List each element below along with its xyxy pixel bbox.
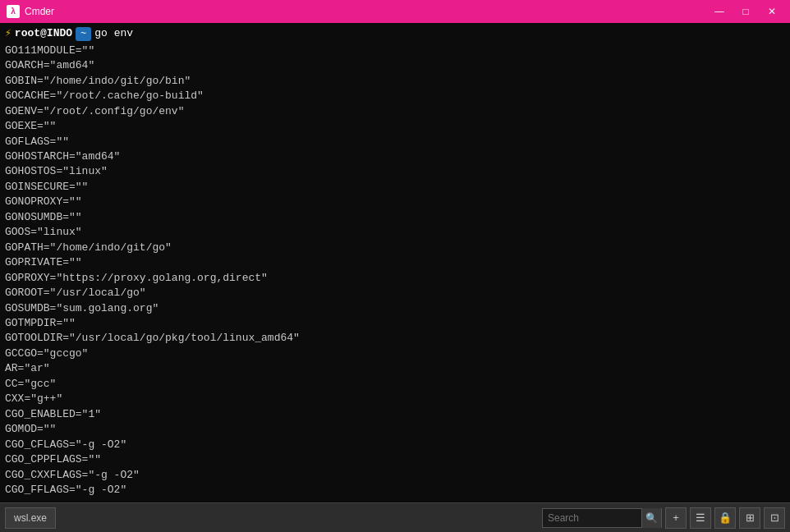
env-line: GOINSECURE="" xyxy=(5,180,785,195)
env-line: CGO_LDFLAGS="-g -O2" xyxy=(5,498,785,499)
prompt-badge-1: ~ xyxy=(76,27,91,41)
search-button[interactable]: 🔍 xyxy=(641,508,661,528)
title-text: Cmder xyxy=(25,6,54,17)
env-line: GOPRIVATE="" xyxy=(5,255,785,270)
env-line: GOPROXY="https://proxy.golang.org,direct… xyxy=(5,271,785,286)
env-line: CXX="g++" xyxy=(5,392,785,406)
maximize-button[interactable]: □ xyxy=(734,3,757,20)
env-line: GOROOT="/usr/local/go" xyxy=(5,286,785,300)
env-line: GOBIN="/home/indo/git/go/bin" xyxy=(5,74,785,89)
env-line: CGO_CPPFLAGS="" xyxy=(5,452,785,467)
env-line: GOHOSTARCH="amd64" xyxy=(5,149,785,164)
lock-button[interactable]: 🔒 xyxy=(714,507,736,529)
taskbar-tab[interactable]: wsl.exe xyxy=(5,507,56,529)
layout-button[interactable]: ⊡ xyxy=(764,507,785,529)
search-box: 🔍 xyxy=(542,508,662,528)
env-line: GOTOOLDIR="/usr/local/go/pkg/tool/linux_… xyxy=(5,331,785,346)
search-input[interactable] xyxy=(543,512,641,524)
env-line: GOEXE="" xyxy=(5,119,785,134)
env-line: GOFLAGS="" xyxy=(5,135,785,149)
env-output: GO111MODULE=""GOARCH="amd64"GOBIN="/home… xyxy=(5,44,785,499)
terminal-area: ⚡ root@INDO ~ go env GO111MODULE=""GOARC… xyxy=(0,23,790,502)
close-button[interactable]: ✕ xyxy=(760,3,783,20)
env-line: GONOPROXY="" xyxy=(5,195,785,209)
env-line: CGO_FFLAGS="-g -O2" xyxy=(5,483,785,498)
title-bar: λ Cmder — □ ✕ xyxy=(0,0,790,23)
env-line: GOTMPDIR="" xyxy=(5,316,785,331)
env-line: CGO_CXXFLAGS="-g -O2" xyxy=(5,468,785,483)
app-icon: λ xyxy=(7,5,20,18)
env-line: GOARCH="amd64" xyxy=(5,58,785,73)
env-line: AR="ar" xyxy=(5,361,785,376)
title-controls: — □ ✕ xyxy=(708,3,783,20)
env-line: CC="gcc" xyxy=(5,377,785,392)
env-line: GOENV="/root/.config/go/env" xyxy=(5,104,785,119)
title-bar-left: λ Cmder xyxy=(7,5,54,18)
taskbar: wsl.exe 🔍 + ☰ 🔒 ⊞ ⊡ xyxy=(0,502,790,532)
env-line: GOMOD="" xyxy=(5,422,785,437)
minimize-button[interactable]: — xyxy=(708,3,731,20)
grid-button[interactable]: ⊞ xyxy=(739,507,760,529)
env-line: GOCACHE="/root/.cache/go-build" xyxy=(5,89,785,103)
menu-button[interactable]: ☰ xyxy=(690,507,711,529)
env-line: CGO_ENABLED="1" xyxy=(5,407,785,422)
env-line: GOSUMDB="sum.golang.org" xyxy=(5,301,785,316)
prompt-cmd-1: go env xyxy=(94,26,133,42)
terminal-content[interactable]: ⚡ root@INDO ~ go env GO111MODULE=""GOARC… xyxy=(5,26,785,499)
user-host-1: root@INDO xyxy=(15,26,72,42)
env-line: GOHOSTOS="linux" xyxy=(5,164,785,179)
env-line: GCCGO="gccgo" xyxy=(5,346,785,361)
env-line: GOPATH="/home/indo/git/go" xyxy=(5,241,785,255)
env-line: CGO_CFLAGS="-g -O2" xyxy=(5,438,785,452)
add-tab-button[interactable]: + xyxy=(665,507,687,529)
prompt-line-1: ⚡ root@INDO ~ go env xyxy=(5,26,785,42)
env-line: GONOSUMDB="" xyxy=(5,210,785,225)
env-line: GOOS="linux" xyxy=(5,225,785,240)
env-line: GO111MODULE="" xyxy=(5,44,785,58)
lightning-icon-1: ⚡ xyxy=(5,26,11,42)
